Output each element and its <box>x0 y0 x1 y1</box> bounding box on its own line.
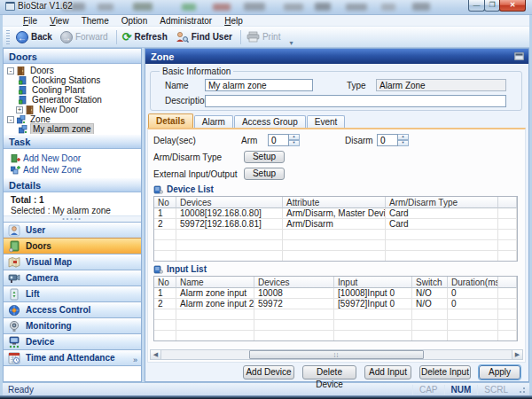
col-no[interactable]: No <box>154 197 176 208</box>
arm-input[interactable] <box>268 134 289 146</box>
minimize-button[interactable]: — <box>468 0 485 12</box>
cell: 0 <box>448 299 498 309</box>
col-armdisarm-type[interactable]: Arm/Disarm Type <box>386 197 498 208</box>
find-user-button[interactable]: Find User <box>173 29 238 45</box>
details-total: Total : 1 <box>11 195 141 206</box>
nav-footer: » <box>4 365 141 366</box>
toolbar-separator <box>240 30 241 44</box>
disarm-spin-up-icon[interactable]: ▲ <box>398 134 409 140</box>
forward-button[interactable]: → Forward <box>58 29 113 45</box>
tree-item-my-alarm-zone[interactable]: My alarm zone <box>7 124 141 134</box>
nav-item-time-attendance[interactable]: Time and Attendance <box>4 349 141 365</box>
add-new-door-link[interactable]: Add New Door <box>11 153 141 164</box>
menu-administrator[interactable]: Administrator <box>153 16 218 26</box>
tab-access-group[interactable]: Access Group <box>234 115 306 128</box>
maximize-button[interactable]: ❐ <box>484 0 500 12</box>
delete-input-button[interactable]: Delete Input <box>419 365 471 379</box>
description-input[interactable] <box>205 95 506 107</box>
name-input[interactable] <box>205 79 313 91</box>
disarm-spin-down-icon[interactable]: ▼ <box>398 140 409 146</box>
add-input-button[interactable]: Add Input <box>364 365 411 379</box>
col-switch[interactable]: Switch <box>412 277 448 288</box>
collapse-icon[interactable]: - <box>7 116 14 123</box>
tree-label: New Door <box>37 105 80 114</box>
menu-file[interactable]: File <box>17 16 43 26</box>
tree-item-doors[interactable]: - Doors <box>7 66 141 75</box>
close-button[interactable]: ✕ <box>499 0 526 12</box>
device-row-empty <box>154 251 517 261</box>
nav-item-access-control[interactable]: Access Control <box>4 301 141 317</box>
caps-lock-indicator: CAP <box>412 385 444 395</box>
nav-label: Time and Attendance <box>26 353 115 363</box>
col-devices[interactable]: Devices <box>176 197 283 208</box>
tree-item-new-door[interactable]: + New Door <box>7 105 141 114</box>
nav-configure-icon[interactable]: » <box>133 356 137 364</box>
tree-item-clocking-stations[interactable]: Clocking Stations <box>7 75 141 85</box>
external-io-setup-button[interactable]: Setup <box>244 168 285 180</box>
scroll-right-icon[interactable]: ▶ <box>512 350 522 359</box>
refresh-button[interactable]: ⟳ Refresh <box>120 30 173 44</box>
input-row-2[interactable]: 2 Alarm zone input 2 59972 [59972]Input … <box>154 299 517 309</box>
door-icon <box>17 66 26 75</box>
apply-button[interactable]: Apply <box>479 365 520 379</box>
toolbar-overflow-icon[interactable]: ▾ <box>286 39 296 47</box>
arm-disarm-setup-button[interactable]: Setup <box>244 151 285 163</box>
nav-item-lift[interactable]: Lift <box>4 286 141 301</box>
cell <box>498 299 517 309</box>
col-name[interactable]: Name <box>176 277 254 288</box>
device-list-table: No Devices Attribute Arm/Disarm Type 1 1… <box>153 196 518 262</box>
tree-item-cooling-plant[interactable]: Cooling Plant <box>7 85 141 95</box>
input-list-table: No Name Devices Input Switch Duration(ms… <box>153 276 518 341</box>
back-button[interactable]: ← Back <box>13 29 58 45</box>
collapse-icon[interactable]: - <box>7 67 14 74</box>
scrollbar-thumb[interactable]: ⁞⁞ <box>249 350 425 359</box>
arm-spin-down-icon[interactable]: ▼ <box>289 140 300 146</box>
add-new-zone-link[interactable]: Add New Zone <box>11 164 141 176</box>
expand-icon[interactable]: + <box>16 106 23 113</box>
sidebar-splitter[interactable]: ••••• <box>4 215 141 222</box>
arm-spin-up-icon[interactable]: ▲ <box>289 134 300 140</box>
scroll-left-icon[interactable]: ◀ <box>151 350 161 359</box>
nav-item-device[interactable]: Device <box>4 333 141 349</box>
device-list-icon <box>153 185 163 194</box>
disarm-input[interactable] <box>377 134 398 146</box>
col-devices[interactable]: Devices <box>254 277 334 288</box>
input-row-empty <box>154 320 517 331</box>
print-button[interactable]: Print <box>244 29 286 44</box>
tree-item-generator-station[interactable]: Generator Station <box>7 95 141 105</box>
menu-theme[interactable]: Theme <box>75 16 115 26</box>
delete-device-button[interactable]: Delete Device <box>302 365 356 379</box>
scrollbar-track[interactable]: ⁞⁞ <box>161 350 512 359</box>
col-duration[interactable]: Duration(ms) <box>448 277 498 288</box>
add-device-button[interactable]: Add Device <box>243 365 294 379</box>
menu-option[interactable]: Option <box>115 16 153 26</box>
menu-help[interactable]: Help <box>218 16 249 26</box>
title-bar[interactable]: BioStar V1.62 — ❐ ✕ <box>0 0 532 15</box>
menu-view[interactable]: View <box>43 16 75 26</box>
nav-item-visual-map[interactable]: Visual Map <box>4 254 141 270</box>
cell: 2 <box>154 219 176 229</box>
nav-item-camera[interactable]: Camera <box>4 270 141 286</box>
device-row-1[interactable]: 1 10008[192.168.0.80] Arm/Disarm, Master… <box>154 208 517 219</box>
col-input[interactable]: Input <box>334 277 412 288</box>
zone-panel-header: Zone <box>145 49 528 64</box>
tab-details[interactable]: Details <box>148 113 193 128</box>
device-row-2[interactable]: 2 59972[192.168.0.81] Arm/Disarm Card <box>154 219 517 230</box>
nav-item-user[interactable]: User <box>4 222 141 238</box>
col-attribute[interactable]: Attribute <box>283 197 386 208</box>
tab-alarm[interactable]: Alarm <box>194 115 233 128</box>
time-attendance-icon <box>8 352 20 364</box>
find-user-icon <box>176 31 189 43</box>
nav-item-doors[interactable]: Doors <box>4 238 141 254</box>
nav-item-monitoring[interactable]: Monitoring <box>4 317 141 333</box>
toolbar-grip[interactable] <box>6 30 10 44</box>
resize-grip[interactable] <box>517 385 526 394</box>
col-no[interactable]: No <box>154 277 176 288</box>
user-icon <box>8 224 20 237</box>
undock-icon[interactable] <box>514 52 524 60</box>
input-row-1[interactable]: 1 Alarm zone input 10008 [10008]Input 0 … <box>154 288 517 299</box>
device-list-label: Device List <box>167 184 214 194</box>
tab-event[interactable]: Event <box>307 115 346 128</box>
horizontal-scrollbar[interactable]: ◀ ⁞⁞ ▶ <box>150 349 523 360</box>
tree-label: Clocking Stations <box>30 75 102 85</box>
